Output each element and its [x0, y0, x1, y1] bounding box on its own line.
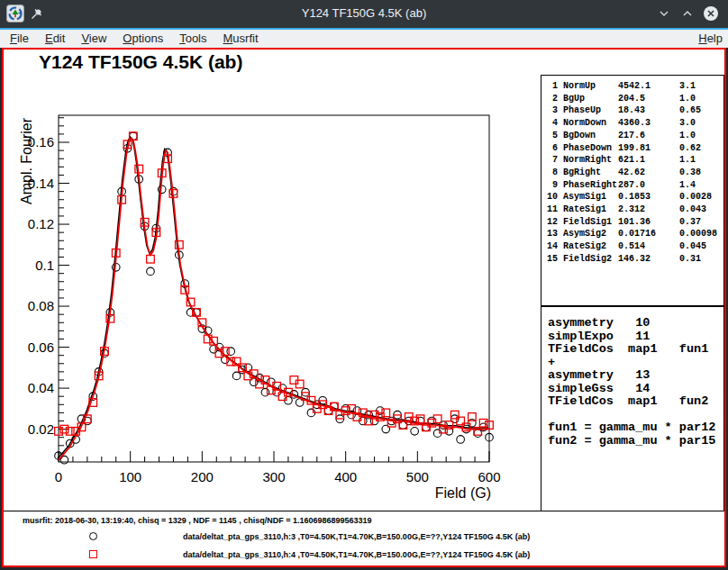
param-row: 14RateSig20.5140.045: [541, 240, 723, 253]
fit-curve-data2: [59, 139, 489, 460]
y-tick-label: 0.08: [28, 298, 54, 313]
menu-item-file[interactable]: File: [2, 30, 37, 48]
data-points-circles: [55, 132, 494, 464]
y-tick-label: 0.12: [28, 216, 54, 231]
x-tick-label: 100: [119, 469, 141, 484]
x-axis-ticks: 0100200300400500600: [55, 451, 501, 484]
fit-info-text: musrfit: 2018-06-30, 13:19:40, chisq = 1…: [23, 516, 371, 525]
legend-label: data/deltat_pta_gps_3110,h:4 ,T0=4.50K,T…: [183, 550, 530, 559]
theory-text: asymmetry 10 simplExpo 11 TFieldCos map1…: [548, 317, 715, 448]
plot-frame: [59, 115, 489, 462]
legend-square-marker: [89, 550, 97, 558]
param-row: 4NormDown4360.33.0: [541, 117, 723, 130]
y-axis-minor-ticks: [59, 118, 64, 454]
menu-item-options[interactable]: Options: [114, 30, 171, 48]
param-row: 2BgUp204.51.0: [541, 93, 723, 105]
param-row: 11RateSig12.3120.043: [541, 204, 723, 216]
y-tick-label: 0.1: [35, 258, 54, 273]
root-canvas[interactable]: Y124 TF150G 4.5K (ab) 010020030040050060…: [2, 48, 726, 567]
legend-circle-marker: [89, 532, 97, 540]
param-row: 5BgDown217.61.0: [541, 130, 723, 142]
param-row: 6PhaseDown199.810.62: [541, 142, 723, 155]
menu-item-musrfit[interactable]: Musrfit: [215, 30, 267, 48]
fit-parameter-box: 1NormUp4542.13.12BgUp204.51.03PhaseUp18.…: [541, 75, 724, 306]
param-row: 1NormUp4542.13.1: [541, 80, 723, 93]
legend-row: data/deltat_pta_gps_3110,h:4 ,T0=4.50K,T…: [4, 550, 724, 563]
title-bar[interactable]: Y124 TF150G 4.5K (ab): [0, 0, 728, 28]
theory-box: asymmetry 10 simplExpo 11 TFieldCos map1…: [541, 306, 724, 511]
x-tick-label: 600: [478, 469, 500, 484]
x-axis-title: Field (G): [435, 485, 491, 501]
menu-item-view[interactable]: View: [73, 30, 114, 48]
y-axis-title: Ampl. Fourier: [19, 117, 34, 204]
y-tick-label: 0.04: [28, 380, 54, 395]
x-tick-label: 200: [191, 469, 214, 484]
param-row: 15FieldSig2146.320.31: [541, 253, 723, 266]
param-row: 9PhaseRight287.01.4: [541, 179, 723, 192]
param-row: 12FieldSig1101.360.37: [541, 216, 723, 229]
menu-item-help[interactable]: Help: [690, 30, 728, 48]
maximize-button[interactable]: [679, 5, 696, 22]
x-tick-label: 500: [406, 469, 429, 484]
menu-bar: File Edit View Options Tools Musrfit Hel…: [0, 30, 728, 48]
menu-item-tools[interactable]: Tools: [171, 30, 214, 48]
legend-row: data/deltat_pta_gps_3110,h:3 ,T0=4.50K,T…: [4, 532, 724, 545]
param-row: 10AsymSig10.18530.0028: [541, 191, 723, 204]
info-pad: musrfit: 2018-06-30, 13:19:40, chisq = 1…: [4, 511, 724, 565]
x-tick-label: 0: [55, 469, 62, 484]
x-tick-label: 300: [262, 469, 285, 484]
param-row: 7NormRight621.11.1: [541, 154, 723, 167]
minimize-button[interactable]: [656, 5, 672, 22]
menu-item-edit[interactable]: Edit: [37, 30, 73, 48]
application-window: Y124 TF150G 4.5K (ab) File Edit View Opt…: [0, 0, 728, 570]
plot-pad[interactable]: Y124 TF150G 4.5K (ab) 010020030040050060…: [4, 50, 724, 511]
param-row: 3PhaseUp18.430.65: [541, 104, 723, 117]
legend-label: data/deltat_pta_gps_3110,h:3 ,T0=4.50K,T…: [183, 532, 530, 541]
x-tick-label: 400: [334, 469, 357, 484]
data-points-squares: [55, 132, 494, 435]
param-row: 13AsymSig20.017160.00098: [541, 228, 723, 240]
close-button[interactable]: [703, 5, 719, 22]
y-tick-label: 0.02: [28, 421, 54, 437]
y-tick-label: 0.06: [28, 339, 54, 355]
window-title: Y124 TF150G 4.5K (ab): [0, 6, 728, 20]
param-row: 8BgRight42.620.38: [541, 167, 723, 179]
